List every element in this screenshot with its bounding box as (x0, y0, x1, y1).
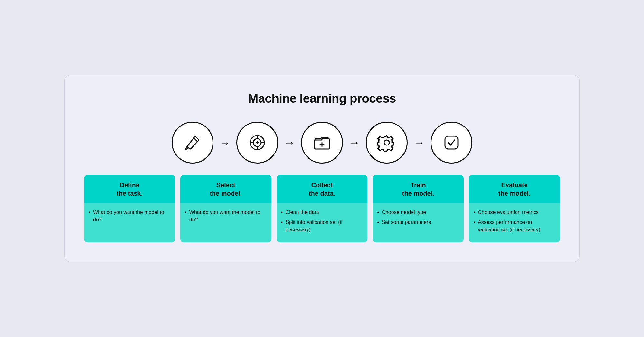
gear-icon (377, 133, 396, 152)
list-item: Set some parameters (377, 219, 459, 226)
card-define-body: What do you want the model to do? (84, 203, 175, 232)
list-item: Clean the data (281, 209, 363, 216)
list-item: What do you want the model to do? (89, 209, 170, 223)
card-select-title: Selectthe model. (185, 181, 266, 198)
arrow-1: → (219, 136, 231, 149)
diagram-container: Machine learning process → (64, 75, 580, 262)
card-define-header: Definethe task. (84, 175, 175, 203)
checkbox-icon (442, 133, 461, 152)
page-title: Machine learning process (84, 91, 560, 106)
list-item: Choose evaluation metrics (473, 209, 555, 216)
card-evaluate-header: Evaluatethe model. (469, 175, 560, 203)
svg-point-12 (384, 140, 389, 145)
card-train-body: Choose model type Set some parameters (373, 203, 464, 235)
card-select: Selectthe model. What do you want the mo… (180, 175, 271, 243)
card-collect: Collectthe data. Clean the data Split in… (277, 175, 368, 243)
icon-collect (301, 122, 343, 164)
card-collect-header: Collectthe data. (277, 175, 368, 203)
icon-evaluate (431, 122, 472, 164)
card-select-body: What do you want the model to do? (180, 203, 271, 232)
card-train: Trainthe model. Choose model type Set so… (373, 175, 464, 243)
card-select-header: Selectthe model. (180, 175, 271, 203)
card-evaluate-body: Choose evaluation metrics Assess perform… (469, 203, 560, 243)
pencil-icon (183, 133, 202, 152)
card-collect-title: Collectthe data. (282, 181, 363, 198)
list-item: Choose model type (377, 209, 459, 216)
arrow-3: → (349, 136, 360, 149)
folder-icon (312, 133, 332, 152)
target-icon (248, 133, 267, 152)
icons-row: → → (84, 122, 560, 164)
svg-rect-13 (445, 136, 458, 149)
list-item: Assess performance on validation set (if… (473, 219, 555, 233)
card-collect-body: Clean the data Split into validation set… (277, 203, 368, 243)
card-define-title: Definethe task. (89, 181, 170, 198)
list-item: What do you want the model to do? (185, 209, 266, 223)
list-item: Split into validation set (if necessary) (281, 219, 363, 233)
card-evaluate-title: Evaluatethe model. (474, 181, 555, 198)
card-define: Definethe task. What do you want the mod… (84, 175, 175, 243)
arrow-2: → (284, 136, 295, 149)
icon-define (172, 122, 213, 164)
cards-row: Definethe task. What do you want the mod… (84, 175, 560, 243)
arrow-4: → (413, 136, 425, 149)
card-train-title: Trainthe model. (378, 181, 459, 198)
icon-train (366, 122, 408, 164)
card-train-header: Trainthe model. (373, 175, 464, 203)
card-evaluate: Evaluatethe model. Choose evaluation met… (469, 175, 560, 243)
icon-select (236, 122, 278, 164)
